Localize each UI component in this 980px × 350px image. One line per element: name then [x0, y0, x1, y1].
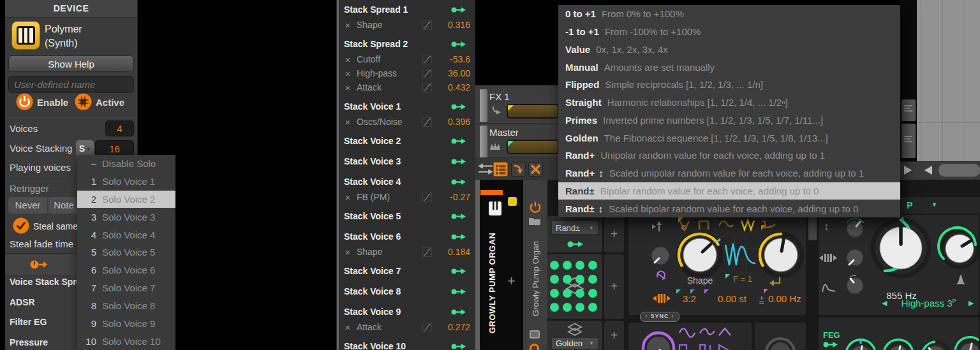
add-modulator-button[interactable]: + [604, 216, 624, 252]
remove-icon[interactable]: × [343, 54, 353, 65]
mod-section-item[interactable]: Filter EG [10, 317, 47, 327]
stack-target-row[interactable]: Stack Voice 10 [340, 338, 475, 350]
active-chip-icon[interactable] [75, 93, 92, 110]
curve-icon[interactable] [422, 69, 432, 78]
stack-mod-row[interactable]: × Shape 0.316 [340, 18, 475, 32]
stack-target-row[interactable]: Stack Spread 2 [340, 36, 475, 52]
solo-menu-item[interactable]: 6 Solo Voice 6 [77, 261, 175, 279]
mod-amount-value[interactable]: 0.432 [438, 82, 470, 92]
track-name-vertical[interactable]: GROWLY PUMP ORGAN [481, 219, 503, 347]
keytrack-piano-icon[interactable] [819, 252, 837, 263]
curve-icon[interactable] [422, 117, 432, 127]
fx-track-name[interactable]: FX 1 [489, 91, 510, 102]
spread-menu-item[interactable]: Rand± Bipolar random value for each voic… [558, 182, 900, 200]
add-modulator-button[interactable]: + [604, 321, 624, 350]
folder-icon[interactable] [528, 215, 541, 226]
fine-tune-value[interactable]: 0.00 Hz [768, 293, 801, 304]
panel-edge-handle[interactable] [475, 180, 480, 350]
stack-mod-row[interactable]: × FB (PM) -0.27 [340, 190, 475, 204]
track-drag-handle[interactable] [480, 126, 487, 158]
remove-icon[interactable]: × [343, 247, 353, 258]
keytrack-piano-icon[interactable] [653, 293, 671, 304]
remove-icon[interactable]: × [343, 20, 353, 31]
modulator-slot-icon[interactable] [530, 344, 539, 350]
remove-icon[interactable]: × [343, 322, 353, 333]
device-power-icon[interactable] [529, 201, 542, 214]
spread-menu-item[interactable]: -1 to +1 From -100% to +100% [558, 23, 900, 41]
modulation-route-icon[interactable] [451, 288, 466, 295]
stack-mod-row[interactable]: × Oscs/Noise 0.396 [340, 115, 475, 129]
feg-decay-knob[interactable] [880, 339, 916, 350]
resonance-knob[interactable] [937, 226, 980, 272]
spread-menu-item[interactable]: Golden The Fibonacci sequence [1, 1/2, 1… [558, 129, 900, 147]
spread-menu-item[interactable]: Straight Harmonic relationships [1, 1/2,… [558, 94, 900, 112]
rand-mode-dropdown[interactable]: Rand± ▼ [551, 221, 598, 235]
mod-amount-value[interactable]: 0.184 [438, 247, 470, 257]
spread-menu-item[interactable]: Manual Amounts are set manually [558, 58, 900, 76]
scrollbar[interactable] [337, 0, 339, 350]
stack-target-row[interactable]: Stack Spread 1 [340, 1, 475, 18]
remove-icon[interactable]: × [343, 192, 353, 203]
curve-icon[interactable] [422, 20, 432, 30]
inspector-list-button[interactable] [493, 162, 508, 177]
stack-target-row[interactable]: Stack Voice 5 [340, 208, 475, 224]
spread-menu-item[interactable]: Rand+ Unipolar random value for each voi… [558, 147, 900, 164]
chevron-down-icon[interactable]: ▼ [932, 201, 937, 208]
voices-value[interactable]: 4 [105, 120, 134, 136]
track-drag-handle[interactable] [480, 89, 487, 122]
stack-target-row[interactable]: Stack Voice 4 [340, 173, 475, 190]
retrigger-never-button[interactable]: Never [8, 197, 48, 214]
modulation-route-icon[interactable] [451, 268, 466, 275]
scroll-right-icon[interactable] [904, 166, 912, 175]
remove-icon[interactable]: × [343, 117, 353, 128]
mod-amount-value[interactable]: 36.00 [438, 68, 470, 78]
curve-icon[interactable] [422, 323, 432, 332]
device-name-vertical[interactable]: Growly Pump Organ [524, 231, 546, 326]
curve-icon[interactable] [422, 83, 432, 92]
insert-send-button[interactable] [511, 162, 526, 177]
solo-menu-item[interactable]: 7 Solo Voice 7 [77, 279, 175, 297]
mod-section-item[interactable]: ADSR [10, 297, 35, 307]
loop-mode-icon[interactable] [768, 275, 782, 288]
updown-icon[interactable]: ↕ [824, 221, 829, 233]
feg-release-knob[interactable] [952, 336, 979, 350]
solo-menu-item[interactable]: 10 Solo Voice 10 [77, 332, 175, 350]
filter-keytrack-knob[interactable] [842, 245, 868, 270]
remove-icon[interactable]: × [343, 82, 353, 93]
fx-level-meter[interactable] [507, 104, 559, 119]
stack-mod-row[interactable]: × Shape 0.184 [340, 245, 475, 259]
stack-target-row[interactable]: Stack Voice 3 [340, 153, 475, 170]
modulation-route-icon[interactable] [451, 179, 466, 186]
solo-menu-item[interactable]: 2 Solo Voice 2 [77, 191, 175, 208]
lfo-waveform-icons[interactable] [678, 325, 742, 350]
stack-mod-row[interactable]: × Attack 0.432 [340, 80, 475, 94]
modulation-route-icon[interactable] [451, 343, 466, 350]
arranger-grid[interactable] [917, 0, 980, 161]
stack-target-row[interactable]: Stack Voice 6 [340, 228, 475, 245]
curve-icon[interactable] [422, 55, 432, 64]
keytrack-icon[interactable] [651, 221, 664, 233]
modulation-route-icon[interactable] [451, 6, 466, 13]
pitch-knob[interactable] [755, 230, 806, 281]
filter-mode-prev-icon[interactable]: ◀ [882, 299, 887, 307]
solo-menu-item[interactable]: 8 Solo Voice 8 [77, 297, 175, 315]
mod-section-item[interactable]: Pressure [10, 337, 48, 347]
filter-env-amount-knob[interactable] [842, 216, 868, 242]
curve-icon[interactable] [422, 193, 432, 202]
scrollbar-thumb[interactable] [939, 164, 980, 177]
enable-power-icon[interactable] [16, 93, 33, 110]
mod-amount-value[interactable]: -53.6 [438, 54, 470, 64]
feg-attack-knob[interactable] [843, 339, 879, 350]
stack-target-row[interactable]: Stack Voice 9 [340, 303, 475, 320]
modulation-route-icon[interactable] [451, 138, 466, 145]
ratio-value[interactable]: 3:2 [683, 293, 696, 304]
steal-checkbox-icon[interactable] [13, 217, 29, 234]
add-device-button[interactable]: + [507, 273, 516, 289]
modulation-route-icon[interactable] [451, 158, 466, 165]
filter-mode-next-icon[interactable]: ▶ [969, 299, 974, 307]
cutoff-knob[interactable] [869, 216, 933, 280]
golden-mode-dropdown[interactable]: Golden ▼ [551, 337, 598, 349]
retrigger-note-button[interactable]: Note [48, 197, 79, 214]
remove-icon[interactable]: × [343, 68, 353, 79]
solo-menu-item[interactable]: – Disable Solo [77, 155, 175, 173]
